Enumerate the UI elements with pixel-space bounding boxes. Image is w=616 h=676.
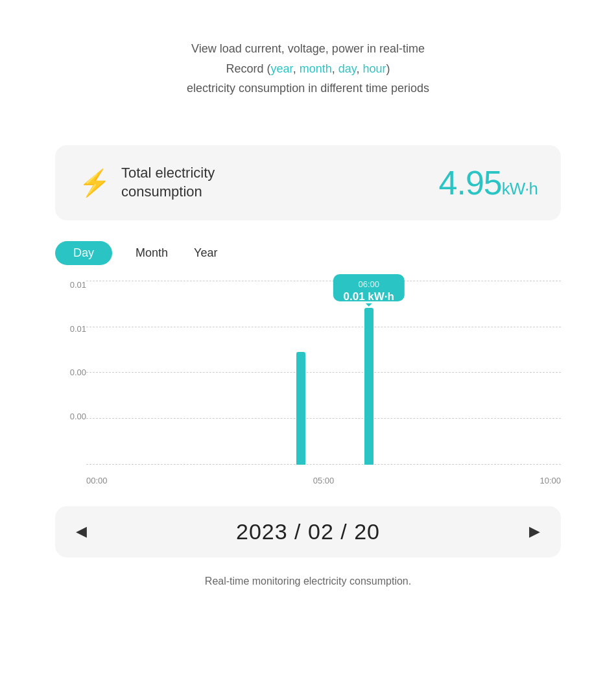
bars-area: 06:000.01 kW·h — [86, 281, 561, 465]
bar-slot-16 — [448, 281, 471, 465]
bar-slot-14 — [403, 281, 425, 465]
bar-slot-19 — [515, 281, 538, 465]
date-display: 2023 / 02 / 20 — [236, 519, 380, 544]
date-nav: ◀ 2023 / 02 / 20 ▶ — [55, 506, 561, 557]
bolt-icon: ⚡ — [78, 170, 111, 196]
bar-slot-17 — [471, 281, 493, 465]
y-axis: 0.01 0.01 0.00 0.00 0 — [55, 281, 86, 488]
bar-slot-9 — [290, 281, 313, 465]
tab-day[interactable]: Day — [55, 241, 112, 265]
bar-12 — [364, 308, 373, 464]
bar-slot-1 — [109, 281, 132, 465]
bar-slot-15 — [425, 281, 448, 465]
y-label-4: 0.00 — [55, 412, 86, 421]
chart-container: 0.01 0.01 0.00 0.00 0 06:000.01 kW·h 00:… — [55, 281, 561, 488]
tab-month[interactable]: Month — [133, 241, 171, 265]
bar-slot-13 — [380, 281, 403, 465]
bar-slot-2 — [132, 281, 154, 465]
link-month[interactable]: month — [300, 62, 332, 75]
header-line2-prefix: Record ( — [226, 62, 271, 75]
bar-slot-7 — [244, 281, 267, 465]
bar-slot-10 — [313, 281, 335, 465]
consumption-value: 4.95kW·h — [439, 163, 538, 202]
tab-row: Day Month Year — [55, 241, 561, 265]
x-label-2: 10:00 — [539, 476, 561, 485]
bar-slot-3 — [154, 281, 177, 465]
header-text: View load current, voltage, power in rea… — [187, 39, 429, 99]
consumption-card: ⚡ Total electricity consumption 4.95kW·h — [55, 145, 561, 220]
bar-9 — [296, 352, 305, 465]
link-year[interactable]: year — [271, 62, 293, 75]
bar-slot-5 — [199, 281, 222, 465]
header-section: View load current, voltage, power in rea… — [187, 39, 429, 122]
label-line1: Total electricity — [121, 165, 215, 181]
bar-slot-8 — [267, 281, 290, 465]
value-number: 4.95 — [439, 164, 502, 202]
next-arrow[interactable]: ▶ — [529, 523, 540, 540]
header-line1: View load current, voltage, power in rea… — [191, 42, 425, 55]
header-line3: electricity consumption in different tim… — [187, 82, 429, 95]
x-axis: 00:00 05:00 10:00 — [86, 465, 561, 488]
x-label-0: 00:00 — [86, 476, 108, 485]
chart-area: 0.01 0.01 0.00 0.00 0 06:000.01 kW·h 00:… — [55, 281, 561, 488]
consumption-left: ⚡ Total electricity consumption — [78, 164, 215, 201]
label-line2: consumption — [121, 183, 202, 200]
bar-slot-6 — [222, 281, 244, 465]
chart-body: 06:000.01 kW·h 00:00 05:00 10:00 — [86, 281, 561, 488]
bar-slot-0 — [86, 281, 109, 465]
consumption-label: Total electricity consumption — [121, 164, 215, 201]
bar-slot-11 — [335, 281, 357, 465]
x-label-1: 05:00 — [313, 476, 335, 485]
link-hour[interactable]: hour — [362, 62, 386, 75]
y-label-2: 0.01 — [55, 325, 86, 333]
header-line2-suffix: ) — [386, 62, 390, 75]
bar-slot-4 — [176, 281, 199, 465]
y-label-1: 0.01 — [55, 281, 86, 289]
value-unit: kW·h — [502, 179, 538, 198]
prev-arrow[interactable]: ◀ — [76, 523, 87, 540]
footer-text: Real-time monitoring electricity consump… — [205, 576, 411, 587]
link-day[interactable]: day — [338, 62, 357, 75]
bar-slot-12: 06:000.01 kW·h — [357, 281, 380, 465]
y-label-3: 0.00 — [55, 368, 86, 377]
bar-slot-18 — [493, 281, 515, 465]
bar-slot-20 — [538, 281, 561, 465]
tab-year[interactable]: Year — [191, 241, 220, 265]
